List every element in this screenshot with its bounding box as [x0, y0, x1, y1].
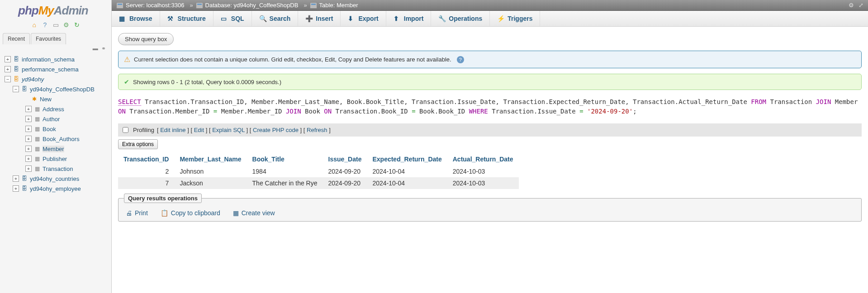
profiling-checkbox[interactable]	[123, 127, 128, 133]
tree-label[interactable]: Author	[43, 116, 60, 123]
tree-toggle-icon[interactable]: +	[25, 146, 32, 152]
col-transaction_id[interactable]: Transaction_ID	[118, 153, 174, 165]
tree-toggle-icon[interactable]: +	[13, 175, 19, 182]
qt-link-edit-inline[interactable]: Edit inline	[160, 127, 185, 133]
bc-table-value[interactable]: Member	[337, 2, 358, 9]
tree-item-yd94ohy-employee[interactable]: +🗄yd94ohy_employee	[0, 184, 111, 194]
sql-token: Actual_Return_Date	[678, 98, 747, 105]
tab-export[interactable]: ⬇Export	[341, 11, 386, 26]
tab-triggers[interactable]: ⚡Triggers	[490, 11, 540, 26]
tab-operations[interactable]: 🔧Operations	[431, 11, 490, 26]
show-query-button[interactable]: Show query box	[118, 33, 174, 45]
tree-label[interactable]: New	[40, 96, 52, 103]
logo[interactable]: phpMyAdmin	[0, 0, 111, 19]
tree-item-yd94ohy[interactable]: −🗄yd94ohy	[0, 74, 111, 84]
tree-toggle-icon[interactable]: +	[5, 66, 11, 72]
tree-item-book[interactable]: +▦Book	[0, 124, 111, 134]
tree-item-author[interactable]: +▦Author	[0, 114, 111, 124]
tab-insert[interactable]: ➕Insert	[298, 11, 341, 26]
qt-link-refresh[interactable]: Refresh	[307, 127, 327, 133]
tree-item-member[interactable]: +▦Member	[0, 144, 111, 154]
table-icon	[310, 2, 317, 9]
tree-label[interactable]: information_schema	[22, 56, 75, 63]
tree-label[interactable]: Book_Authors	[43, 136, 80, 142]
tree-label[interactable]: Member	[43, 146, 64, 152]
col-book_title[interactable]: Book_Title	[247, 153, 323, 165]
tree-toggle-icon[interactable]: −	[13, 86, 19, 92]
qt-link-explain-sql[interactable]: Explain SQL	[212, 127, 245, 133]
tab-favourites[interactable]: Favourites	[31, 33, 66, 44]
database-icon	[196, 2, 203, 9]
collapse-top-icon[interactable]: ⤢	[859, 2, 863, 9]
tree-toggle-icon[interactable]: +	[25, 136, 32, 142]
col-actual_return_date[interactable]: Actual_Return_Date	[447, 153, 519, 165]
tab-sql[interactable]: ▭SQL	[213, 11, 252, 26]
link-icon[interactable]: ⚭	[101, 45, 106, 52]
tree-label[interactable]: yd94ohy	[22, 76, 44, 83]
tree-toggle-icon[interactable]: +	[25, 106, 32, 112]
tree-label[interactable]: performance_schema	[22, 66, 79, 73]
sql-token: ,	[625, 98, 633, 105]
tree-toggle-icon[interactable]: +	[25, 165, 32, 172]
tree-label[interactable]: yd94ohy_CoffeeShopDB	[30, 86, 95, 93]
warning-icon: ⚠	[124, 55, 130, 64]
tree-item-book-authors[interactable]: +▦Book_Authors	[0, 134, 111, 144]
tab-browse[interactable]: ▦Browse	[112, 11, 160, 26]
tree-label[interactable]: Publisher	[43, 156, 67, 162]
help-icon[interactable]: ?	[457, 56, 464, 63]
tree-toggle-icon[interactable]: +	[25, 126, 32, 132]
bc-db-value[interactable]: yd94ohy_CoffeeShopDB	[234, 2, 299, 9]
tree-label[interactable]: Address	[43, 106, 64, 113]
tree-toggle-icon[interactable]: +	[13, 185, 19, 192]
tree-item-yd94ohy-countries[interactable]: +🗄yd94ohy_countries	[0, 174, 111, 184]
qt-link-create-php-code[interactable]: Create PHP code	[253, 127, 299, 133]
col-member_last_name[interactable]: Member_Last_Name	[174, 153, 247, 165]
cell: Johnson	[174, 165, 247, 177]
sql-token: =	[412, 108, 415, 115]
tree-label[interactable]: Book	[43, 126, 56, 132]
col-issue_date[interactable]: Issue_Date	[323, 153, 367, 165]
tree-toggle-icon[interactable]: +	[5, 56, 11, 62]
sql-token: =	[579, 108, 583, 115]
qt-link-edit[interactable]: Edit	[194, 127, 204, 133]
tree-toggle-icon[interactable]: +	[25, 156, 32, 162]
refresh-icon[interactable]: ↻	[73, 21, 81, 28]
tab-structure[interactable]: ⚒Structure	[160, 11, 213, 26]
database-icon: 🗄	[21, 175, 28, 182]
settings-icon[interactable]: ⚙	[63, 21, 70, 28]
sql-icon[interactable]: ▭	[52, 21, 59, 28]
tree-toggle-icon[interactable]: +	[25, 116, 32, 122]
create-view-link[interactable]: ▦Create view	[233, 209, 275, 217]
bc-table[interactable]: Table: Member	[310, 2, 358, 9]
tree-item-address[interactable]: +▦Address	[0, 104, 111, 114]
home-icon[interactable]: ⌂	[31, 21, 38, 28]
tree-item-new[interactable]: ✱New	[0, 94, 111, 104]
help-icon[interactable]: ?	[41, 21, 48, 28]
tab-search[interactable]: 🔍Search	[252, 11, 299, 26]
clipboard-icon: 📋	[161, 209, 168, 217]
bc-database[interactable]: Database: yd94ohy_CoffeeShopDB	[196, 2, 299, 9]
tab-recent[interactable]: Recent	[3, 33, 30, 44]
bc-server-value[interactable]: localhost:3306	[147, 2, 185, 9]
tree-item-transaction[interactable]: +▦Transaction	[0, 164, 111, 174]
tab-import[interactable]: ⬆Import	[386, 11, 432, 26]
tree-label[interactable]: Transaction	[43, 165, 73, 172]
tree-item-yd94ohy-coffeeshopdb[interactable]: −🗄yd94ohy_CoffeeShopDB	[0, 84, 111, 94]
cell: 2	[118, 165, 174, 177]
operations-icon: 🔧	[438, 15, 446, 22]
print-link[interactable]: 🖨Print	[126, 209, 148, 217]
extra-options-button[interactable]: Extra options	[118, 139, 158, 149]
tree-label[interactable]: yd94ohy_countries	[30, 175, 79, 182]
table-icon: ▦	[33, 115, 41, 123]
tree-item-publisher[interactable]: +▦Publisher	[0, 154, 111, 164]
copy-clipboard-link[interactable]: 📋Copy to clipboard	[161, 209, 220, 217]
tree-toggle-icon[interactable]: −	[5, 76, 11, 82]
collapse-icon[interactable]: ▬	[93, 45, 98, 52]
bc-server[interactable]: Server: localhost:3306	[116, 2, 184, 9]
tree-label[interactable]: yd94ohy_employee	[30, 185, 81, 192]
tree-item-information-schema[interactable]: +🗄information_schema	[0, 54, 111, 64]
tree-item-performance-schema[interactable]: +🗄performance_schema	[0, 64, 111, 74]
sql-token: .	[377, 108, 381, 115]
gear-icon[interactable]: ⚙	[849, 2, 854, 9]
col-expected_return_date[interactable]: Expected_Return_Date	[367, 153, 447, 165]
